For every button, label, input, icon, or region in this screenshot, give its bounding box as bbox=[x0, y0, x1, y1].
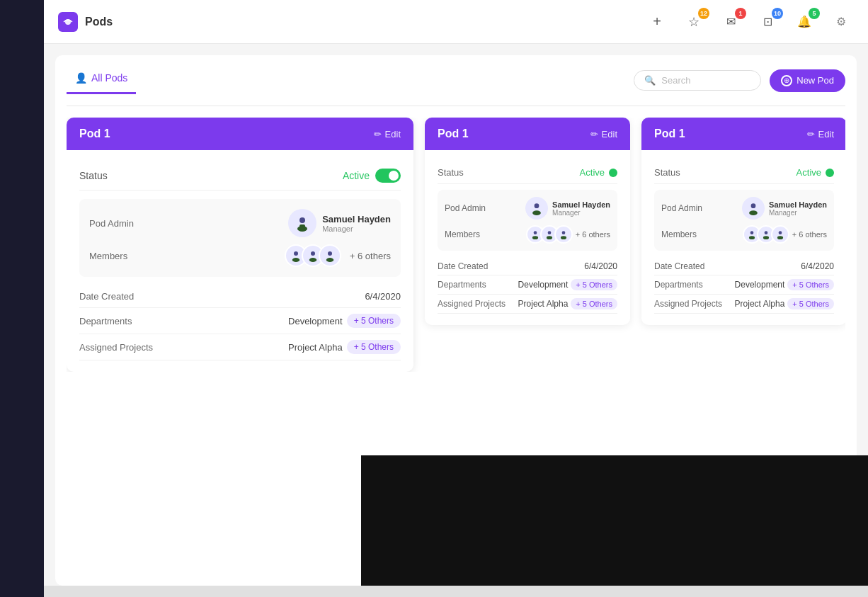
pod-2-admin-name: Samuel Hayden bbox=[769, 200, 827, 209]
expanded-admin-role: Manager bbox=[322, 224, 391, 233]
pod-1-members-others: + 6 others bbox=[576, 230, 610, 239]
pod-2-title: Pod 1 bbox=[654, 127, 685, 140]
star-button[interactable]: ☆ 12 bbox=[681, 9, 707, 35]
expanded-admin-row: Pod Admin bbox=[89, 209, 391, 237]
pod-2-members-label: Members bbox=[661, 229, 697, 239]
svg-rect-3 bbox=[299, 224, 305, 229]
svg-point-20 bbox=[750, 231, 753, 234]
settings-button[interactable]: ⚙ bbox=[828, 9, 854, 35]
header-left: Pods bbox=[58, 12, 113, 32]
search-icon: 🔍 bbox=[644, 75, 656, 86]
person-icon: 👤 bbox=[75, 72, 87, 84]
expanded-projects-value: Project Alpha bbox=[288, 342, 343, 353]
pod-2-edit-button[interactable]: ✏ Edit bbox=[807, 129, 834, 140]
star-badge: 12 bbox=[698, 8, 709, 19]
expanded-pod-header: Pod 1 ✏ Edit bbox=[67, 118, 413, 150]
folder-button[interactable]: ⊡ 10 bbox=[755, 9, 780, 35]
pod-1-member-3 bbox=[554, 225, 573, 244]
pod-1-status-label: Status bbox=[438, 167, 464, 178]
tab-bar: 👤 All Pods 🔍 Search ⊕ New Pod bbox=[67, 67, 845, 94]
expanded-dept-tags: Development + 5 Others bbox=[288, 314, 401, 328]
expanded-pod-title: Pod 1 bbox=[79, 127, 110, 140]
pod-2-header: Pod 1 ✏ Edit bbox=[641, 118, 845, 150]
bell-badge: 5 bbox=[809, 8, 820, 19]
expanded-projects-label: Assigned Projects bbox=[79, 342, 153, 353]
svg-point-18 bbox=[751, 203, 756, 208]
pod-1-dept-tags: Development + 5 Others bbox=[518, 279, 617, 290]
pod-1-admin-info: Samuel Hayden Manager bbox=[525, 197, 610, 220]
svg-point-1 bbox=[299, 217, 305, 223]
edit-icon: ✏ bbox=[374, 129, 382, 140]
pod-1-member-avatars bbox=[526, 225, 573, 244]
pod-1-admin-name: Samuel Hayden bbox=[552, 200, 610, 209]
admin-name-block: Samuel Hayden Manager bbox=[322, 214, 391, 233]
app-logo bbox=[58, 12, 78, 32]
bell-button[interactable]: 🔔 5 bbox=[792, 9, 817, 35]
expanded-admin-name: Samuel Hayden bbox=[322, 214, 391, 224]
pod-1-date-label: Date Created bbox=[438, 261, 488, 271]
expanded-projects-row: Assigned Projects Project Alpha + 5 Othe… bbox=[79, 334, 401, 360]
pod-card-1: Pod 1 ✏ Edit Status Active bbox=[425, 118, 630, 325]
pod-1-members-label: Members bbox=[445, 229, 480, 239]
expanded-dept-others[interactable]: + 5 Others bbox=[347, 314, 401, 328]
pod-1-date-row: Date Created 6/4/2020 bbox=[438, 258, 617, 275]
pod-2-status-label: Status bbox=[654, 167, 680, 178]
new-pod-circle-icon: ⊕ bbox=[781, 75, 792, 86]
new-pod-button[interactable]: ⊕ New Pod bbox=[770, 69, 845, 92]
pod-2-projects-others[interactable]: + 5 Others bbox=[787, 298, 834, 309]
expanded-projects-others[interactable]: + 5 Others bbox=[347, 340, 401, 354]
expanded-pod-card: Pod 1 ✏ Edit Status Active bbox=[67, 118, 413, 372]
search-box[interactable]: 🔍 Search bbox=[634, 70, 761, 91]
svg-point-15 bbox=[547, 236, 552, 239]
pod-1-dept-value: Development bbox=[518, 280, 569, 290]
expanded-members-others: + 6 others bbox=[350, 251, 391, 261]
pod-1-edit-button[interactable]: ✏ Edit bbox=[590, 129, 617, 140]
pod-2-status-value: Active bbox=[796, 167, 834, 178]
left-sidebar bbox=[0, 0, 44, 597]
search-placeholder: Search bbox=[661, 75, 690, 86]
svg-point-6 bbox=[311, 251, 315, 256]
svg-point-17 bbox=[561, 236, 566, 239]
add-button[interactable]: + bbox=[644, 9, 670, 35]
gear-icon: ⚙ bbox=[836, 15, 846, 28]
pod-1-projects-row: Assigned Projects Project Alpha + 5 Othe… bbox=[438, 295, 617, 314]
expanded-pod-edit-button[interactable]: ✏ Edit bbox=[374, 129, 401, 140]
svg-point-13 bbox=[532, 236, 538, 239]
pod-1-date-value: 6/4/2020 bbox=[584, 261, 617, 271]
pod-1-status-dot bbox=[609, 169, 617, 177]
pod-2-member-3 bbox=[771, 225, 789, 244]
mail-button[interactable]: ✉ 1 bbox=[718, 9, 743, 35]
expanded-pod-body: Status Active Pod Admin bbox=[67, 150, 413, 372]
expanded-dept-value: Development bbox=[288, 316, 343, 326]
pod-2-admin-avatar bbox=[742, 197, 765, 220]
pod-2-members-info: + 6 others bbox=[743, 225, 827, 244]
svg-point-4 bbox=[294, 251, 298, 256]
pod-2-edit-icon: ✏ bbox=[807, 129, 815, 140]
svg-point-24 bbox=[778, 231, 782, 234]
pod-1-admin-row: Pod Admin Samuel H bbox=[445, 197, 610, 220]
pod-card-2: Pod 1 ✏ Edit Status Active bbox=[641, 118, 845, 325]
svg-point-11 bbox=[532, 210, 541, 215]
svg-point-8 bbox=[328, 251, 332, 256]
pod-1-dept-others[interactable]: + 5 Others bbox=[571, 279, 617, 290]
pod-2-dept-tags: Development + 5 Others bbox=[735, 279, 834, 290]
pod-2-admin-label: Pod Admin bbox=[661, 203, 702, 213]
expanded-members-info: + 6 others bbox=[285, 244, 391, 267]
pod-2-members-others: + 6 others bbox=[792, 230, 827, 239]
svg-point-7 bbox=[309, 258, 317, 262]
svg-point-5 bbox=[292, 258, 300, 262]
pod-2-dept-others[interactable]: + 5 Others bbox=[787, 279, 834, 290]
pod-1-dept-row: Departments Development + 5 Others bbox=[438, 275, 617, 295]
pod-2-members-row: Members bbox=[661, 225, 827, 244]
pod-2-date-value: 6/4/2020 bbox=[801, 261, 834, 271]
pod-2-admin-row: Pod Admin Samuel H bbox=[661, 197, 827, 220]
pod-1-projects-others[interactable]: + 5 Others bbox=[571, 298, 617, 309]
tab-all-pods[interactable]: 👤 All Pods bbox=[67, 67, 136, 94]
tab-divider bbox=[67, 106, 845, 106]
status-toggle[interactable] bbox=[375, 169, 401, 183]
pod-1-members-info: + 6 others bbox=[526, 225, 610, 244]
expanded-status-label: Status bbox=[79, 170, 108, 181]
horizontal-scrollbar[interactable] bbox=[44, 586, 868, 597]
pods-grid: Pod 1 ✏ Edit Status Active bbox=[67, 118, 845, 372]
pod-2-body: Status Active Pod Admin bbox=[641, 150, 845, 325]
